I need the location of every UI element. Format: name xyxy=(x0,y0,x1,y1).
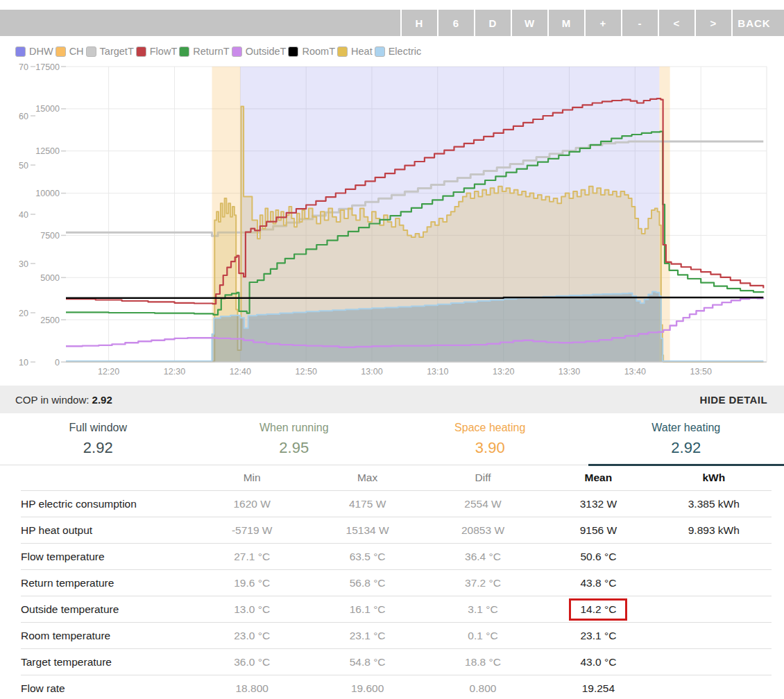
row-label: HP heat output xyxy=(21,524,194,537)
table-header-mean: Mean xyxy=(540,472,656,484)
toolbar-button-sym[interactable]: - xyxy=(621,10,658,36)
time-axis-tick: 12:40 xyxy=(230,367,251,377)
legend-item-roomt[interactable]: RoomT xyxy=(288,46,335,57)
power-axis-tick: 17500 xyxy=(35,62,60,72)
row-label: Flow temperature xyxy=(21,551,194,563)
time-axis-tick: 13:20 xyxy=(493,367,514,377)
temp-axis-tick: 20 xyxy=(19,309,28,318)
stat-space-heating[interactable]: Space heating3.90 xyxy=(392,422,588,465)
chart-svg: 0250050007500100001250015000175001020304… xyxy=(0,61,784,380)
toolbar-button-w[interactable]: W xyxy=(511,10,547,36)
cell-min: 13.0 °C xyxy=(194,603,309,616)
power-axis-tick: 5000 xyxy=(40,273,60,283)
stat-full-window[interactable]: Full window2.92 xyxy=(0,422,196,465)
cell-min: 1620 W xyxy=(194,498,309,510)
table-row-room-temperature: Room temperature23.0 °C23.1 °C0.1 °C23.1… xyxy=(21,623,772,649)
legend-item-flowt[interactable]: FlowT xyxy=(136,46,177,57)
toolbar-button-d[interactable]: D xyxy=(474,10,511,36)
table-header-kwh: kWh xyxy=(656,472,772,484)
toolbar-button-sym[interactable]: < xyxy=(658,10,694,36)
cell-max: 56.8 °C xyxy=(309,577,425,589)
toolbar-button-sym[interactable]: > xyxy=(694,10,731,36)
cell-mean: 43.0 °C xyxy=(540,656,656,668)
stat-label: Full window xyxy=(0,422,196,434)
temp-axis-tick: 60 xyxy=(19,112,28,121)
chart-legend: DHWCHTargetTFlowTReturnTOutsideTRoomTHea… xyxy=(0,36,784,61)
time-axis-tick: 13:40 xyxy=(624,367,646,377)
row-label: Room temperature xyxy=(21,630,194,642)
row-label: HP electric consumption xyxy=(21,498,194,510)
temp-axis-tick: 40 xyxy=(19,210,28,220)
power-axis-tick: 7500 xyxy=(40,231,60,241)
cell-mean: 23.1 °C xyxy=(540,630,656,642)
legend-swatch-icon xyxy=(179,46,189,57)
row-label: Target temperature xyxy=(21,656,194,668)
temp-axis-tick: 10 xyxy=(19,358,28,368)
cell-min: -5719 W xyxy=(194,524,309,537)
time-axis-tick: 13:50 xyxy=(690,367,712,377)
legend-item-targett[interactable]: TargetT xyxy=(86,46,134,57)
toolbar-button-m[interactable]: M xyxy=(547,10,584,36)
legend-label: FlowT xyxy=(150,46,177,57)
stat-label: Water heating xyxy=(588,422,784,434)
cell-diff: 37.2 °C xyxy=(425,577,540,589)
toolbar-button-h[interactable]: H xyxy=(400,10,437,36)
cell-max: 63.5 °C xyxy=(309,551,425,563)
cell-diff: 36.4 °C xyxy=(425,551,540,563)
table-header-max: Max xyxy=(309,472,425,484)
stat-when-running[interactable]: When running2.95 xyxy=(196,422,393,465)
legend-swatch-icon xyxy=(337,46,348,57)
cell-mean: 19.254 xyxy=(540,682,656,695)
cell-max: 15134 W xyxy=(309,524,425,537)
table-header-min: Min xyxy=(194,472,309,484)
chart-section: DHWCHTargetTFlowTReturnTOutsideTRoomTHea… xyxy=(0,36,784,380)
legend-swatch-icon xyxy=(86,46,96,57)
stat-label: When running xyxy=(196,422,393,434)
table-header-row: MinMaxDiffMeankWh xyxy=(21,465,772,491)
stat-value: 3.90 xyxy=(392,439,588,457)
cell-max: 54.8 °C xyxy=(309,656,425,668)
legend-label: OutsideT xyxy=(246,46,287,57)
cell-mean: 14.2 °C xyxy=(540,601,656,618)
row-label: Return temperature xyxy=(21,577,194,589)
cop-in-window: COP in window: 2.92 xyxy=(15,394,112,406)
power-axis-tick: 15000 xyxy=(35,104,60,114)
legend-swatch-icon xyxy=(288,46,298,57)
legend-label: RoomT xyxy=(302,46,335,57)
table-row-flow-rate: Flow rate18.80019.6000.80019.254 xyxy=(21,675,772,699)
cell-diff: 0.800 xyxy=(425,682,540,695)
cop-value: 2.92 xyxy=(92,394,112,406)
timeseries-chart[interactable]: 0250050007500100001250015000175001020304… xyxy=(0,61,784,380)
legend-item-electric[interactable]: Electric xyxy=(375,46,422,57)
table-header-diff: Diff xyxy=(425,472,540,484)
table-row-flow-temperature: Flow temperature27.1 °C63.5 °C36.4 °C50.… xyxy=(21,544,772,570)
cell-kwh: 3.385 kWh xyxy=(656,498,772,510)
toolbar-button-6[interactable]: 6 xyxy=(437,10,474,36)
cell-min: 19.6 °C xyxy=(194,577,309,589)
legend-item-returnt[interactable]: ReturnT xyxy=(179,46,229,57)
legend-item-heat[interactable]: Heat xyxy=(337,46,373,57)
cell-diff: 0.1 °C xyxy=(425,630,540,642)
toolbar-button-back[interactable]: BACK xyxy=(731,10,776,36)
stat-water-heating[interactable]: Water heating2.92 xyxy=(588,422,784,466)
table-row-target-temperature: Target temperature36.0 °C54.8 °C18.8 °C4… xyxy=(21,649,772,675)
power-axis-tick: 2500 xyxy=(40,316,60,325)
legend-item-outsidet[interactable]: OutsideT xyxy=(232,46,287,57)
power-axis-tick: 12500 xyxy=(35,146,60,156)
cell-max: 19.600 xyxy=(309,682,425,695)
cell-mean: 50.6 °C xyxy=(540,551,656,563)
toolbar-button-sym[interactable]: + xyxy=(584,10,621,36)
cop-stats: Full window2.92When running2.95Space hea… xyxy=(0,413,784,465)
legend-label: CH xyxy=(69,46,84,57)
time-axis-tick: 12:20 xyxy=(98,367,119,377)
stat-label: Space heating xyxy=(392,422,588,434)
legend-item-ch[interactable]: CH xyxy=(56,46,84,57)
time-axis-tick: 13:30 xyxy=(559,367,580,377)
detail-table: MinMaxDiffMeankWhHP electric consumption… xyxy=(0,465,784,699)
legend-swatch-icon xyxy=(56,46,66,57)
hide-detail-button[interactable]: HIDE DETAIL xyxy=(696,393,772,406)
power-axis-tick: 0 xyxy=(55,358,60,368)
legend-item-dhw[interactable]: DHW xyxy=(15,46,53,57)
highlighted-mean-value: 14.2 °C xyxy=(569,598,627,621)
cell-min: 36.0 °C xyxy=(194,656,309,668)
